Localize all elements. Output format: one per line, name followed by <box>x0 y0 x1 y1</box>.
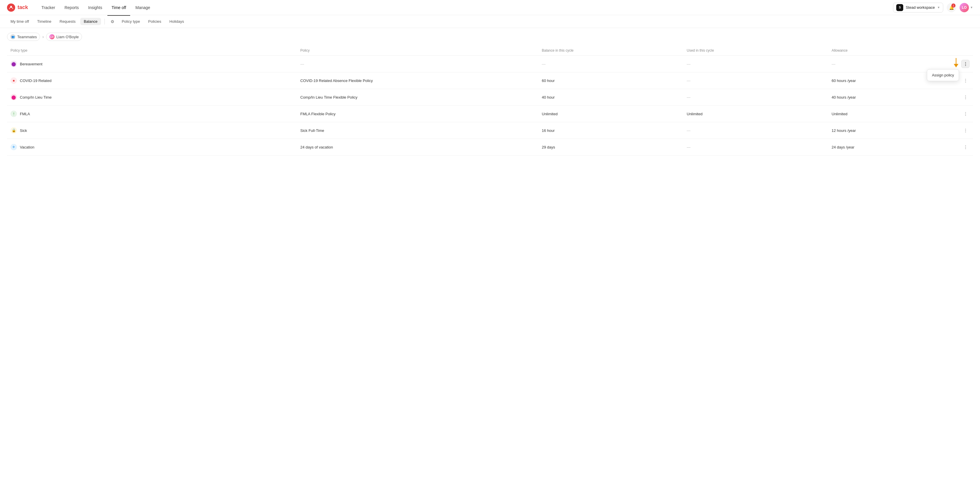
cell-used-fmla: Unlimited <box>683 106 828 122</box>
subnav-timeline[interactable]: Timeline <box>33 18 55 25</box>
cell-balance-comp: 40 hour <box>538 89 684 106</box>
assign-policy-button[interactable]: Assign policy <box>927 71 959 79</box>
cell-actions-vacation <box>944 139 973 156</box>
breadcrumb: 👥 Teammates › LO Liam O'Boyle <box>0 28 980 46</box>
cell-actions-bereavement: Assign policy <box>944 56 973 72</box>
cell-used-sick: — <box>683 122 828 139</box>
balance-table-container: Policy type Policy Balance in this cycle… <box>0 46 980 156</box>
app-logo[interactable]: tack <box>7 3 28 12</box>
cell-policy-bereavement: — <box>297 56 538 72</box>
subnav-balance[interactable]: Balance <box>80 18 101 25</box>
bereavement-icon: ⬤ <box>11 61 17 67</box>
cell-balance-bereavement: — <box>538 56 684 72</box>
cell-used-covid: — <box>683 72 828 89</box>
row-menu-button-comp[interactable] <box>961 93 969 101</box>
kebab-icon <box>965 112 966 116</box>
cell-allowance-fmla: Unlimited <box>828 106 944 122</box>
fmla-label: FMLA <box>20 112 30 116</box>
row-menu-button-covid[interactable] <box>961 76 969 84</box>
workspace-button[interactable]: S Stead workspace ▼ <box>893 3 943 13</box>
table-body: ⬤ Bereavement — — — — <box>7 56 973 156</box>
subnav-requests[interactable]: Requests <box>56 18 79 25</box>
user-avatar-button[interactable]: LO ▼ <box>959 3 973 12</box>
cell-policy-comp: Comp/In Lieu Time Flexible Policy <box>297 89 538 106</box>
subnav-policy-type[interactable]: Policy type <box>118 18 143 25</box>
chevron-down-icon: ▼ <box>937 6 940 9</box>
table-row: ■ COVID-19 Related COVID-19 Related Abse… <box>7 72 973 89</box>
header-left: tack Tracker Reports Insights Time off M… <box>7 3 154 12</box>
cell-policy-type-covid: ■ COVID-19 Related <box>7 72 297 89</box>
bereavement-policy-val: — <box>300 62 304 66</box>
cell-policy-vacation: 24 days of vacation <box>297 139 538 156</box>
user-avatar-small: LO <box>49 34 54 40</box>
subnav-holidays[interactable]: Holidays <box>166 18 188 25</box>
col-header-allowance: Allowance <box>828 46 944 56</box>
avatar-chevron-icon: ▼ <box>970 6 973 9</box>
cell-allowance-vacation: 24 days /year <box>828 139 944 156</box>
table-row: ⬤ Bereavement — — — — <box>7 56 973 72</box>
cell-policy-type-comp: ⬤ Comp/In Lieu Time <box>7 89 297 106</box>
nav-time-off[interactable]: Time off <box>107 3 130 12</box>
subnav-my-time-off[interactable]: My time off <box>7 18 32 25</box>
nav-tracker[interactable]: Tracker <box>37 3 59 12</box>
breadcrumb-teammates-label: Teammates <box>17 35 37 39</box>
table-row: ⬤ Comp/In Lieu Time Comp/In Lieu Time Fl… <box>7 89 973 106</box>
sub-navigation: My time off Timeline Requests Balance ⚙ … <box>0 15 980 28</box>
cell-policy-fmla: FMLA Flexible Policy <box>297 106 538 122</box>
row-menu-button-fmla[interactable] <box>961 110 969 118</box>
cell-actions-sick <box>944 122 973 139</box>
notification-badge: 1 <box>951 3 956 8</box>
svg-marker-2 <box>954 64 958 67</box>
nav-manage[interactable]: Manage <box>131 3 154 12</box>
sick-icon: 🔒 <box>11 127 17 134</box>
cell-used-bereavement: — <box>683 56 828 72</box>
cell-balance-fmla: Unlimited <box>538 106 684 122</box>
settings-icon-button[interactable]: ⚙ <box>108 17 117 26</box>
gear-icon: ⚙ <box>111 19 115 24</box>
cell-policy-type-sick: 🔒 Sick <box>7 122 297 139</box>
table-header: Policy type Policy Balance in this cycle… <box>7 46 973 56</box>
nav-reports[interactable]: Reports <box>60 3 83 12</box>
logo-text: tack <box>18 5 28 11</box>
balance-table: Policy type Policy Balance in this cycle… <box>7 46 973 156</box>
table-row: ↑ FMLA FMLA Flexible Policy Unlimited Un… <box>7 106 973 122</box>
row-menu-dropdown-bereavement: Assign policy <box>927 69 959 81</box>
cell-allowance-covid: 60 hours /year <box>828 72 944 89</box>
app-header: tack Tracker Reports Insights Time off M… <box>0 0 980 15</box>
fmla-icon: ↑ <box>11 111 17 117</box>
breadcrumb-separator: › <box>42 35 44 39</box>
vacation-icon: ✈ <box>11 144 17 150</box>
comp-label: Comp/In Lieu Time <box>20 95 52 100</box>
main-nav: Tracker Reports Insights Time off Manage <box>37 3 154 12</box>
covid-icon: ■ <box>11 77 17 84</box>
cell-allowance-sick: 12 hours /year <box>828 122 944 139</box>
kebab-icon <box>965 79 966 83</box>
col-header-policy: Policy <box>297 46 538 56</box>
row-menu-button-bereavement[interactable] <box>961 60 969 68</box>
cell-used-vacation: — <box>683 139 828 156</box>
subnav-policies[interactable]: Policies <box>145 18 165 25</box>
row-menu-button-sick[interactable] <box>961 126 969 135</box>
logo-icon <box>7 3 15 12</box>
notification-button[interactable]: 🔔 1 <box>947 3 956 12</box>
col-header-balance: Balance in this cycle <box>538 46 684 56</box>
cell-policy-type-vacation: ✈ Vacation <box>7 139 297 156</box>
nav-insights[interactable]: Insights <box>84 3 106 12</box>
table-row: ✈ Vacation 24 days of vacation 29 days —… <box>7 139 973 156</box>
col-header-used: Used in this cycle <box>683 46 828 56</box>
cell-actions-comp <box>944 89 973 106</box>
covid-label: COVID-19 Related <box>20 78 51 83</box>
cell-allowance-bereavement: — <box>828 56 944 72</box>
comp-icon: ⬤ <box>11 94 17 100</box>
cell-balance-vacation: 29 days <box>538 139 684 156</box>
header-right: S Stead workspace ▼ 🔔 1 LO ▼ <box>893 3 973 13</box>
kebab-icon <box>965 95 966 99</box>
teammates-icon: 👥 <box>10 34 16 40</box>
breadcrumb-teammates[interactable]: 👥 Teammates <box>7 33 40 41</box>
cell-balance-sick: 16 hour <box>538 122 684 139</box>
table-row: 🔒 Sick Sick Full-Time 16 hour — 12 hours… <box>7 122 973 139</box>
cell-policy-covid: COVID-19 Related Absence Flexible Policy <box>297 72 538 89</box>
col-header-policy-type: Policy type <box>7 46 297 56</box>
cell-actions-fmla <box>944 106 973 122</box>
row-menu-button-vacation[interactable] <box>961 143 969 151</box>
